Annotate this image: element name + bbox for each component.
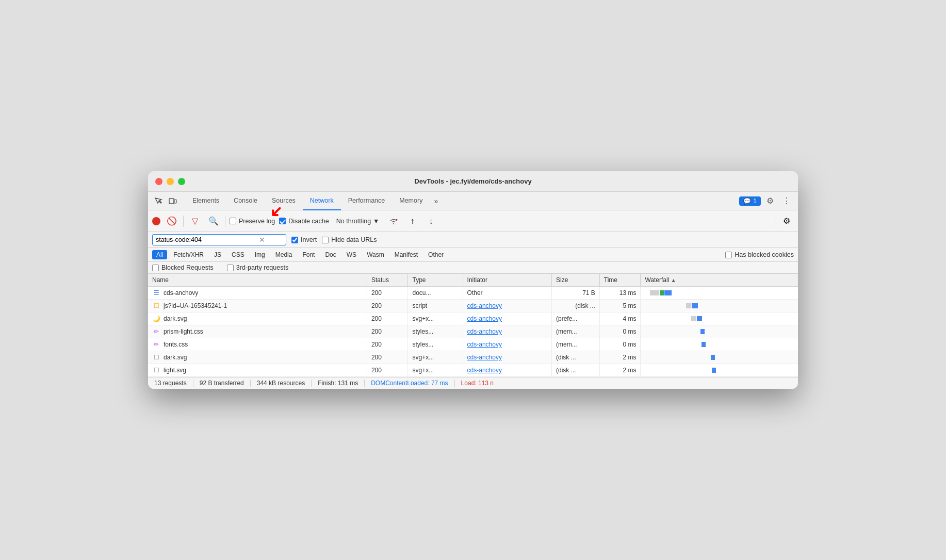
import-har-button[interactable]: ↑	[405, 214, 419, 228]
col-header-status[interactable]: Status	[367, 274, 408, 287]
type-filter-bar: All Fetch/XHR JS CSS Img Media Font Doc	[148, 248, 798, 262]
cell-waterfall	[641, 312, 798, 325]
record-button[interactable]	[152, 217, 160, 225]
disable-cache-checkbox[interactable]	[279, 218, 286, 224]
col-header-waterfall[interactable]: Waterfall ▲	[641, 274, 798, 287]
tab-memory[interactable]: Memory	[392, 192, 430, 210]
device-toolbar-button[interactable]	[167, 195, 179, 207]
has-blocked-cookies-checkbox[interactable]	[725, 252, 732, 258]
type-filter-wasm[interactable]: Wasm	[363, 250, 388, 259]
cell-type: styles...	[408, 325, 463, 338]
cell-initiator: cds-anchovy	[463, 338, 551, 351]
table-row[interactable]: ☐ light.svg 200 svg+x... cds-anchovy (di…	[148, 364, 798, 377]
network-conditions-button[interactable]	[386, 214, 401, 228]
type-filter-fetch-xhr[interactable]: Fetch/XHR	[169, 250, 208, 259]
clear-button[interactable]: 🚫	[165, 214, 179, 228]
css-icon: ✏	[152, 327, 160, 336]
search-box[interactable]: ✕	[152, 234, 286, 245]
finish-time: Finish: 131 ms	[312, 380, 365, 387]
title-bar: DevTools - jec.fyi/demo/cds-anchovy	[148, 171, 798, 192]
doc-icon: ☰	[152, 289, 160, 297]
col-header-initiator[interactable]: Initiator	[463, 274, 551, 287]
cell-name: ✏ prism-light.css	[148, 325, 367, 338]
console-badge-button[interactable]: 💬 1	[739, 196, 761, 206]
blocked-requests-row: Blocked Requests 3rd-party requests	[148, 262, 798, 274]
preserve-log-checkbox-label[interactable]: Preserve log	[230, 218, 275, 225]
hide-data-urls-checkbox[interactable]	[322, 237, 329, 243]
blocked-requests-checkbox[interactable]	[152, 265, 159, 271]
type-filter-font[interactable]: Font	[298, 250, 319, 259]
cell-time: 2 ms	[599, 364, 641, 377]
table-row[interactable]: ✏ fonts.css 200 styles... cds-anchovy (m…	[148, 338, 798, 351]
cell-status: 200	[367, 287, 408, 300]
table-row[interactable]: ☐ js?id=UA-165345241-1 200 script cds-an…	[148, 300, 798, 312]
maximize-button[interactable]	[178, 178, 185, 185]
network-settings-button[interactable]: ⚙	[779, 214, 794, 228]
inspect-element-button[interactable]	[152, 195, 165, 207]
type-filter-other[interactable]: Other	[424, 250, 448, 259]
disable-cache-checkbox-label[interactable]: Disable cache ➜	[279, 218, 329, 225]
cell-waterfall	[641, 325, 798, 338]
preserve-log-checkbox[interactable]	[230, 218, 236, 224]
type-filter-img[interactable]: Img	[251, 250, 269, 259]
search-input[interactable]	[156, 236, 259, 243]
svg-moon-icon: 🌙	[152, 315, 160, 323]
tab-performance[interactable]: Performance	[341, 192, 393, 210]
col-header-type[interactable]: Type	[408, 274, 463, 287]
settings-button[interactable]: ⚙	[763, 194, 777, 208]
type-filter-css[interactable]: CSS	[227, 250, 249, 259]
invert-label[interactable]: Invert	[291, 236, 317, 243]
cell-time: 4 ms	[599, 312, 641, 325]
devtools-window: DevTools - jec.fyi/demo/cds-anchovy Elem…	[148, 171, 798, 389]
type-filter-media[interactable]: Media	[271, 250, 297, 259]
blocked-requests-label[interactable]: Blocked Requests	[152, 264, 214, 271]
tab-elements[interactable]: Elements	[185, 192, 226, 210]
network-toolbar: 🚫 ▽ 🔍 Preserve log Disable cache ➜ No th…	[148, 210, 798, 232]
col-header-name[interactable]: Name	[148, 274, 367, 287]
cell-initiator: cds-anchovy	[463, 325, 551, 338]
clear-search-button[interactable]: ✕	[259, 236, 265, 244]
load-time: Load: 113 n	[455, 380, 500, 387]
transferred-size: 92 B transferred	[193, 380, 251, 387]
table-row[interactable]: ✏ prism-light.css 200 styles... cds-anch…	[148, 325, 798, 338]
filter-button[interactable]: ▽	[188, 214, 202, 228]
close-button[interactable]	[155, 178, 162, 185]
search-button[interactable]: 🔍	[206, 214, 221, 228]
cell-initiator: cds-anchovy	[463, 364, 551, 377]
cell-waterfall	[641, 351, 798, 364]
type-filter-all[interactable]: All	[152, 250, 167, 259]
third-party-checkbox[interactable]	[227, 265, 234, 271]
type-filter-doc[interactable]: Doc	[321, 250, 340, 259]
hide-data-urls-label[interactable]: Hide data URLs	[322, 236, 377, 243]
table-row[interactable]: ☰ cds-anchovy 200 docu... Other 71 B 13 …	[148, 287, 798, 300]
third-party-label[interactable]: 3rd-party requests	[227, 264, 288, 271]
cell-type: styles...	[408, 338, 463, 351]
export-har-button[interactable]: ↓	[423, 214, 438, 228]
table-row[interactable]: ☐ dark.svg 200 svg+x... cds-anchovy (dis…	[148, 351, 798, 364]
svg-point-2	[396, 219, 398, 220]
type-filter-ws[interactable]: WS	[342, 250, 361, 259]
cell-waterfall	[641, 364, 798, 377]
cell-size: (disk ...	[551, 364, 599, 377]
type-filter-js[interactable]: JS	[210, 250, 225, 259]
tab-console[interactable]: Console	[226, 192, 265, 210]
tab-sources[interactable]: Sources	[265, 192, 303, 210]
tab-right-controls: 💬 1 ⚙ ⋮	[739, 194, 794, 208]
col-header-time[interactable]: Time	[599, 274, 641, 287]
table-row[interactable]: 🌙 dark.svg 200 svg+x... cds-anchovy (pre…	[148, 312, 798, 325]
minimize-button[interactable]	[167, 178, 174, 185]
more-options-button[interactable]: ⋮	[779, 194, 794, 208]
type-filter-manifest[interactable]: Manifest	[390, 250, 422, 259]
cell-time: 13 ms	[599, 287, 641, 300]
cell-initiator: Other	[463, 287, 551, 300]
throttle-select[interactable]: No throttling ▼	[333, 217, 383, 226]
has-blocked-cookies-label[interactable]: Has blocked cookies	[725, 251, 794, 258]
cell-type: script	[408, 300, 463, 312]
invert-checkbox[interactable]	[291, 237, 298, 243]
network-table: Name Status Type Initiator Size	[148, 274, 798, 377]
col-header-size[interactable]: Size	[551, 274, 599, 287]
cell-waterfall	[641, 300, 798, 312]
cell-size: (disk ...	[551, 300, 599, 312]
tab-network[interactable]: Network	[303, 192, 341, 210]
more-tabs-button[interactable]: »	[430, 197, 442, 205]
